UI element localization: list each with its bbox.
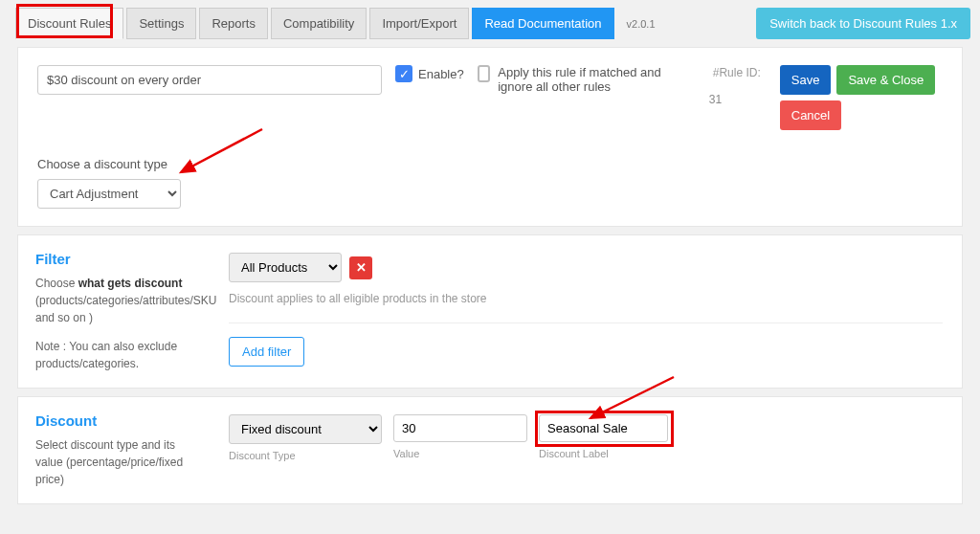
enable-label: Enable? [418, 67, 464, 81]
discount-value-input[interactable] [393, 414, 527, 442]
filter-help-text: Discount applies to all eligible product… [229, 292, 943, 305]
discount-title: Discount [35, 412, 198, 429]
switch-back-button[interactable]: Switch back to Discount Rules 1.x [756, 8, 970, 39]
rule-name-input[interactable] [37, 65, 382, 95]
discount-type-select[interactable]: Cart Adjustment [37, 179, 181, 209]
filter-description: Choose what gets discount (products/cate… [35, 275, 198, 326]
svg-line-0 [181, 129, 262, 172]
tab-discount-rules[interactable]: Discount Rules [15, 8, 123, 39]
enable-checkbox[interactable]: ✓ [395, 65, 412, 82]
add-filter-button[interactable]: Add filter [229, 337, 304, 367]
filter-note: Note : You can also exclude products/cat… [35, 338, 198, 372]
save-button[interactable]: Save [780, 65, 832, 95]
filter-product-select[interactable]: All Products [229, 253, 342, 282]
discount-type-col-label: Discount Type [229, 450, 382, 461]
apply-rule-checkbox[interactable] [478, 65, 491, 82]
rule-header-panel: ✓ Enable? Apply this rule if matched and… [17, 47, 963, 227]
svg-line-1 [590, 377, 674, 418]
discount-description: Select discount type and its value (perc… [35, 436, 198, 488]
tab-compatibility[interactable]: Compatibility [271, 8, 367, 39]
tab-reports[interactable]: Reports [199, 8, 268, 39]
save-close-button[interactable]: Save & Close [836, 65, 935, 95]
discount-label-col-label: Discount Label [539, 448, 668, 459]
annotation-arrow-icon-2 [573, 374, 679, 424]
apply-rule-label: Apply this rule if matched and ignore al… [498, 65, 687, 94]
tab-bar: Discount Rules Settings Reports Compatib… [0, 0, 980, 39]
filter-section: Filter Choose what gets discount (produc… [17, 234, 963, 389]
divider [229, 323, 943, 323]
rule-id-value: 31 [709, 93, 761, 106]
tab-import-export[interactable]: Import/Export [369, 8, 469, 39]
discount-type-select-2[interactable]: Fixed discount [229, 414, 382, 444]
version-label: v2.0.1 [627, 18, 656, 30]
tab-read-documentation[interactable]: Read Documentation [472, 8, 613, 39]
discount-section: Discount Select discount type and its va… [17, 396, 963, 504]
cancel-button[interactable]: Cancel [780, 100, 841, 130]
rule-id-label: #Rule ID: [713, 66, 761, 79]
discount-value-col-label: Value [393, 448, 527, 459]
tab-settings[interactable]: Settings [126, 8, 196, 39]
remove-filter-button[interactable]: ✕ [349, 256, 372, 279]
annotation-arrow-icon [171, 124, 267, 182]
filter-title: Filter [35, 251, 198, 267]
